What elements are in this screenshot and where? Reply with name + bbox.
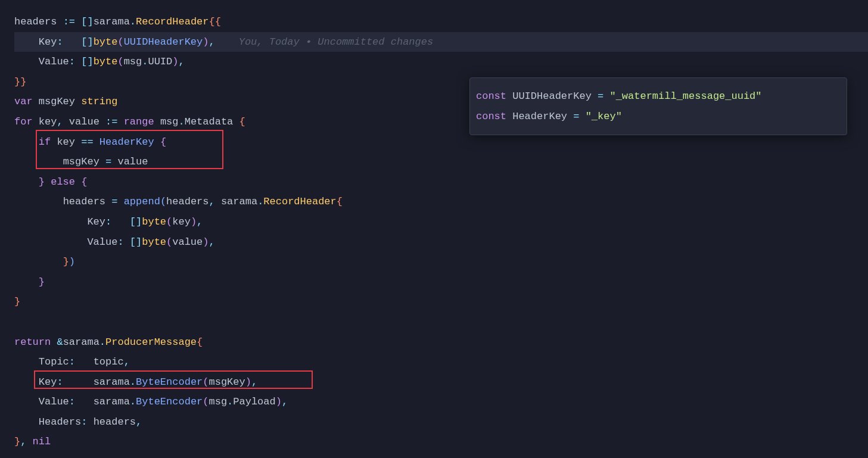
token: : [69,396,94,407]
code-line[interactable]: Key: []byte(key), [14,212,868,232]
token: , [57,116,69,127]
code-line[interactable]: headers := []sarama.RecordHeader{{ [14,12,868,32]
token: Value [39,56,69,67]
space [117,116,123,127]
token: ) [69,256,75,267]
token: range [124,116,154,127]
token: : [57,376,93,388]
token: headers [166,196,209,207]
token: msg [209,396,227,407]
token: topic [94,356,124,367]
token: : [57,36,81,48]
space [506,91,512,102]
token: . [227,396,233,407]
code-line-empty[interactable] [14,312,868,332]
token: byte [142,236,166,248]
definition-popup[interactable]: const UUIDHeaderKey = "_watermill_messag… [469,77,847,135]
indent [14,276,39,288]
token: ) [245,376,251,388]
code-editor[interactable]: headers := []sarama.RecordHeader{{ Key: … [0,0,868,458]
space [154,116,160,127]
space [51,337,57,348]
token: msgKey [39,96,81,107]
indent [14,56,39,67]
indent [14,156,63,167]
token: value [69,116,105,127]
token: [] [75,16,94,27]
token: Metadata [185,116,234,127]
token: . [257,196,263,207]
token: const [476,91,506,102]
code-line-highlighted[interactable]: Key: []byte(UUIDHeaderKey),You, Today • … [14,32,868,52]
token: HeaderKey [99,136,154,148]
token: RecordHeader [263,196,336,207]
code-line[interactable]: Value: sarama.ByteEncoder(msg.Payload), [14,392,868,412]
indent [14,396,39,407]
token: } [14,296,20,307]
token: ( [117,56,123,67]
code-line[interactable]: Value: []byte(msg.UUID), [14,52,868,72]
token: ( [203,376,209,388]
token: const [476,111,506,122]
token: ( [166,236,172,248]
token: sarama [94,16,130,27]
token: { [337,196,343,207]
token: } [63,256,69,267]
code-line[interactable]: Key: sarama.ByteEncoder(msgKey), [14,372,868,392]
token: ) [276,396,282,407]
token: {{ [209,16,220,27]
space [154,136,160,148]
token: headers [94,416,136,428]
token: if [39,136,51,148]
token: , [282,396,288,407]
token: } [39,176,45,188]
token: byte [142,216,166,228]
token: Key [39,376,57,388]
token: = [573,111,579,122]
code-line[interactable]: Value: []byte(value), [14,232,868,253]
token: , [209,196,221,207]
indent [14,196,63,207]
code-line[interactable]: Headers: headers, [14,412,868,432]
token: ByteEncoder [136,376,203,388]
popup-code-line: const UUIDHeaderKey = "_watermill_messag… [476,86,841,107]
space [33,116,39,127]
token: ( [203,396,209,407]
token: [] [81,56,93,67]
token: , [124,356,130,367]
token: { [81,176,87,188]
code-line[interactable]: } [14,292,868,312]
token: Topic [39,356,69,367]
token: ) [203,36,209,48]
token: key [39,116,57,127]
token: value [117,156,148,167]
code-line[interactable]: return &sarama.ProducerMessage{ [14,332,868,353]
indent [14,376,39,388]
token: := [63,16,75,27]
token: Key [87,216,105,228]
code-line[interactable]: }) [14,252,868,272]
token: : [69,56,81,67]
token: { [160,136,166,148]
space [94,136,99,148]
token: : [105,216,130,228]
token: [] [130,236,142,248]
token: RecordHeader [136,16,209,27]
code-line[interactable]: Topic: topic, [14,352,868,372]
code-line[interactable]: }, nil [14,432,868,452]
token: for [14,116,33,127]
token: var [14,96,33,107]
token: } [14,436,20,447]
token: msg [160,116,179,127]
code-line[interactable]: } else { [14,172,868,192]
space [51,136,57,148]
token: sarama [221,196,257,207]
token: } [39,276,45,288]
code-line[interactable]: } [14,272,868,292]
token: : [117,236,129,248]
code-line[interactable]: headers = append(headers, sarama.RecordH… [14,192,868,212]
code-line[interactable]: msgKey = value [14,152,868,172]
indent [14,136,39,148]
token: [] [130,216,142,228]
token: [] [81,36,93,48]
